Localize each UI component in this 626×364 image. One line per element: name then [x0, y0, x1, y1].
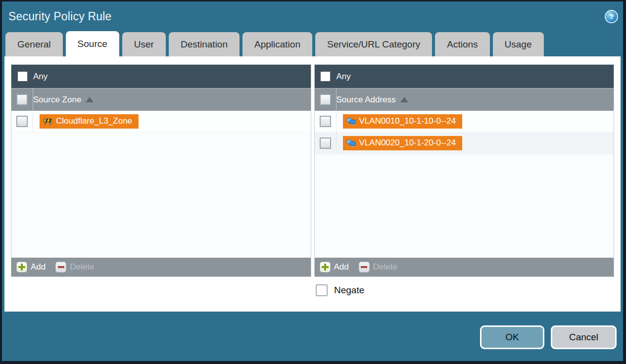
source-zone-delete-button[interactable]: Delete [55, 262, 94, 273]
source-address-chip[interactable]: VLAN0020_10-1-20-0--24 [343, 136, 463, 150]
source-address-column-header[interactable]: Source Address [315, 88, 614, 111]
tab-actions[interactable]: Actions [435, 32, 489, 56]
source-zone-any-label: Any [33, 72, 48, 82]
dialog-title: Security Policy Rule [8, 10, 112, 23]
source-zone-column-header[interactable]: Source Zone [11, 88, 311, 111]
source-address-chip[interactable]: VLAN0010_10-1-10-0--24 [343, 114, 463, 129]
source-zone-chip[interactable]: Cloudflare_L3_Zone [40, 114, 139, 129]
source-address-add-button[interactable]: Add [320, 262, 349, 273]
delete-button-label: Delete [373, 262, 397, 272]
source-address-any-label: Any [337, 72, 351, 82]
source-address-delete-button[interactable]: Delete [359, 262, 397, 273]
source-address-row-label: VLAN0020_10-1-20-0--24 [359, 138, 456, 148]
source-address-any-checkbox[interactable] [320, 71, 331, 82]
tab-content-source: Any Source Zone [4, 56, 621, 312]
tab-source[interactable]: Source [66, 31, 119, 56]
dialog-titlebar: Security Policy Rule ? [2, 1, 623, 31]
source-zone-row-checkbox[interactable] [16, 116, 28, 127]
source-address-any-row: Any [315, 65, 614, 88]
add-plus-icon [16, 262, 27, 273]
negate-row: Negate [316, 284, 614, 296]
address-icon [346, 139, 356, 147]
negate-label: Negate [334, 285, 364, 296]
tab-general[interactable]: General [5, 32, 63, 56]
tab-service-url-category[interactable]: Service/URL Category [315, 32, 432, 56]
tab-application[interactable]: Application [242, 32, 312, 56]
add-plus-icon [320, 262, 331, 273]
source-address-panel: Any Source Address [314, 64, 615, 277]
source-zone-any-checkbox[interactable] [17, 71, 28, 82]
delete-minus-icon [359, 262, 370, 273]
help-icon[interactable]: ? [605, 10, 618, 23]
source-zone-column-label: Source Zone [33, 95, 81, 105]
tab-destination[interactable]: Destination [169, 32, 240, 56]
source-address-list: VLAN0010_10-1-10-0--24 [315, 111, 614, 258]
source-address-row: VLAN0010_10-1-10-0--24 [315, 111, 614, 133]
ok-button[interactable]: OK [480, 325, 544, 349]
source-zone-toolbar: Add Delete [11, 258, 311, 276]
tab-usage[interactable]: Usage [493, 32, 544, 56]
tab-bar: General Source User Destination Applicat… [2, 31, 623, 56]
source-address-select-all-checkbox[interactable] [320, 94, 331, 105]
source-zone-list: Cloudflare_L3_Zone [11, 111, 311, 258]
sort-ascending-icon [86, 97, 94, 102]
security-policy-rule-dialog: Security Policy Rule ? General Source Us… [2, 1, 623, 361]
source-zone-row: Cloudflare_L3_Zone [11, 111, 311, 133]
zone-icon [43, 118, 52, 125]
source-address-row-label: VLAN0010_10-1-10-0--24 [359, 116, 456, 126]
add-button-label: Add [31, 262, 46, 272]
source-zone-any-row: Any [11, 65, 311, 88]
source-address-column-label: Source Address [337, 95, 396, 105]
source-address-row-checkbox[interactable] [320, 137, 331, 149]
cancel-button[interactable]: Cancel [551, 325, 617, 349]
screen: Security Policy Rule ? General Source Us… [0, 0, 626, 364]
source-address-toolbar: Add Delete [315, 258, 614, 276]
delete-button-label: Delete [70, 262, 94, 272]
dialog-footer: OK Cancel [2, 312, 623, 361]
source-zone-row-label: Cloudflare_L3_Zone [56, 116, 132, 126]
source-zone-select-all-checkbox[interactable] [16, 94, 28, 105]
tab-user[interactable]: User [122, 32, 166, 56]
delete-minus-icon [55, 262, 66, 273]
sort-ascending-icon [400, 97, 408, 102]
source-address-row: VLAN0020_10-1-20-0--24 [315, 133, 614, 154]
source-address-row-checkbox[interactable] [320, 116, 331, 127]
source-zone-panel: Any Source Zone [11, 64, 311, 277]
negate-checkbox[interactable] [316, 284, 328, 296]
address-icon [346, 118, 356, 125]
source-zone-add-button[interactable]: Add [16, 262, 46, 273]
add-button-label: Add [334, 262, 349, 272]
